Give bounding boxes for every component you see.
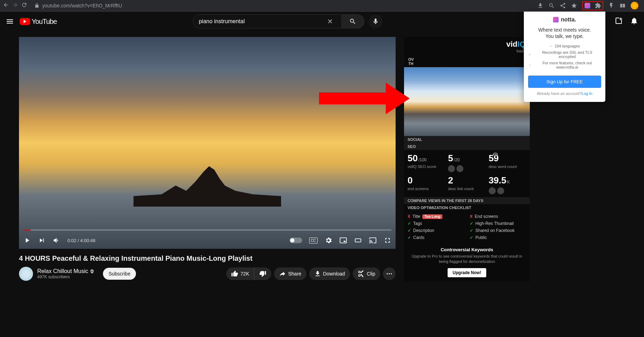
extension-highlight bbox=[582, 1, 603, 10]
svg-point-1 bbox=[389, 273, 390, 274]
svg-point-0 bbox=[387, 273, 388, 274]
browser-forward bbox=[12, 2, 18, 9]
notta-extension-icon[interactable] bbox=[584, 2, 591, 9]
notifications-button[interactable] bbox=[630, 17, 638, 26]
section-checklist: VIDEO OPTIMIZATION CHECKLIST bbox=[404, 204, 530, 211]
scissors-icon bbox=[358, 270, 365, 277]
video-player[interactable]: 0:02 / 4:00:48 CC bbox=[19, 37, 396, 249]
browser-reload[interactable] bbox=[21, 2, 27, 9]
miniplayer-button[interactable] bbox=[339, 236, 347, 244]
notta-feature-2: Recordings are SSL and TLS encrypted bbox=[528, 50, 601, 59]
next-button[interactable] bbox=[38, 236, 46, 244]
fullscreen-button[interactable] bbox=[384, 236, 391, 244]
autoplay-toggle[interactable] bbox=[290, 238, 302, 243]
stat-end-screens: 0 end screens bbox=[408, 175, 445, 194]
share-button[interactable]: Share bbox=[274, 267, 306, 280]
check-hires: ✓High-Res Thumbnail bbox=[470, 221, 526, 226]
notta-feature-3: For more features, check out www.notta.a… bbox=[528, 61, 601, 69]
share-chrome-icon[interactable] bbox=[560, 2, 566, 9]
like-button[interactable]: 72K bbox=[226, 267, 254, 280]
chrome-panel-icon[interactable] bbox=[619, 2, 626, 9]
address-bar[interactable]: youtube.com/watch?v=EhO_MrRfftU bbox=[32, 3, 533, 8]
subscribe-button[interactable]: Subscribe bbox=[103, 268, 136, 280]
svg-point-2 bbox=[391, 273, 392, 274]
create-button[interactable] bbox=[614, 17, 623, 26]
verified-icon bbox=[90, 269, 95, 274]
share-icon bbox=[279, 270, 286, 277]
play-button[interactable] bbox=[23, 236, 31, 244]
dislike-button[interactable] bbox=[254, 267, 271, 280]
notta-feature-1: 104 languages bbox=[528, 44, 601, 48]
download-icon bbox=[314, 270, 321, 277]
search-input[interactable] bbox=[199, 18, 324, 25]
section-seo[interactable]: SEO bbox=[404, 143, 530, 150]
svg-marker-3 bbox=[319, 83, 410, 114]
stat-desc-links: 2 desc link count bbox=[448, 175, 486, 194]
youtube-logo[interactable]: YouTube bbox=[20, 18, 57, 26]
thumbs-down-icon bbox=[259, 270, 266, 277]
clip-button[interactable]: Clip bbox=[353, 267, 380, 280]
notta-login-prompt: Already have an account?Log In bbox=[528, 91, 601, 96]
video-title: 4 HOURS Peaceful & Relaxing Instrumental… bbox=[19, 254, 396, 263]
more-actions-button[interactable] bbox=[383, 267, 396, 280]
section-compare[interactable]: COMPARE VIEWS IN THE FIRST 28 DAYS bbox=[404, 197, 530, 204]
extensions-puzzle-icon[interactable] bbox=[595, 2, 601, 9]
controversial-panel: Controversial Keywords Upgrade to Pro to… bbox=[404, 243, 530, 281]
vidiq-logo: vidIQ basic bbox=[506, 40, 526, 53]
profile-avatar[interactable] bbox=[631, 2, 638, 9]
progress-bar[interactable] bbox=[23, 229, 391, 231]
captions-button[interactable]: CC bbox=[309, 238, 318, 244]
notta-login-link[interactable]: Log In bbox=[581, 91, 592, 96]
video-scenery bbox=[134, 161, 281, 207]
zoom-icon[interactable] bbox=[548, 2, 555, 9]
voice-search-button[interactable] bbox=[369, 14, 383, 28]
notta-signup-button[interactable]: Sign Up for FREE bbox=[528, 76, 601, 88]
cast-button[interactable] bbox=[369, 236, 377, 244]
stat-6: 39.5K bbox=[489, 175, 526, 194]
youtube-play-icon bbox=[20, 18, 30, 25]
annotation-arrow bbox=[319, 79, 410, 118]
notta-tagline-1: Where text meets voice. bbox=[528, 27, 601, 33]
lock-icon bbox=[34, 3, 39, 8]
vidiq-thumbnail bbox=[404, 67, 530, 136]
hamburger-menu[interactable] bbox=[6, 17, 14, 26]
time-display: 0:02 / 4:00:48 bbox=[67, 238, 96, 243]
channel-name[interactable]: Relax Chillout Music bbox=[37, 268, 95, 274]
section-social[interactable]: SOCIAL bbox=[404, 136, 530, 143]
browser-back[interactable] bbox=[3, 2, 9, 9]
search-input-container[interactable]: ✕ bbox=[193, 14, 342, 28]
check-title: XTitleToo Long bbox=[408, 214, 464, 219]
check-description: ✓Description bbox=[408, 228, 464, 233]
thumbs-up-icon bbox=[231, 270, 238, 277]
chrome-more-icon[interactable] bbox=[608, 2, 614, 9]
notta-logo: notta. bbox=[528, 17, 601, 23]
channel-avatar[interactable] bbox=[19, 267, 33, 281]
subscriber-count: 497K subscribers bbox=[37, 274, 95, 279]
notta-tagline-2: You talk, we type. bbox=[528, 33, 601, 39]
check-end-screens: XEnd screens bbox=[470, 214, 526, 219]
bookmark-star-icon[interactable] bbox=[571, 2, 577, 9]
stat-seo-score: 50/100 vidIQ SEO score bbox=[408, 153, 445, 172]
download-button[interactable]: Download bbox=[309, 267, 350, 280]
search-button[interactable] bbox=[342, 14, 364, 28]
check-cards: ✓Cards bbox=[408, 235, 464, 240]
upgrade-button[interactable]: Upgrade Now! bbox=[448, 268, 486, 277]
check-public: ✓Public bbox=[470, 235, 526, 240]
install-icon[interactable] bbox=[537, 2, 544, 9]
url-text: youtube.com/watch?v=EhO_MrRfftU bbox=[42, 3, 122, 8]
vidiq-panel: vidIQ basic OVTH SOCIAL SEO 50/100 vidIQ… bbox=[404, 37, 530, 281]
eye-icon bbox=[493, 151, 498, 157]
notta-popup: notta. Where text meets voice. You talk,… bbox=[524, 12, 605, 102]
check-tags: ✓Tags bbox=[408, 221, 464, 226]
check-shared-fb: ✓Shared on Facebook bbox=[470, 228, 526, 233]
more-icon bbox=[386, 270, 393, 277]
clear-search-icon[interactable]: ✕ bbox=[324, 17, 336, 26]
stat-score-2: 5/20 bbox=[448, 153, 486, 172]
settings-button[interactable] bbox=[325, 236, 332, 244]
theater-button[interactable] bbox=[354, 236, 362, 244]
volume-button[interactable] bbox=[53, 236, 60, 244]
